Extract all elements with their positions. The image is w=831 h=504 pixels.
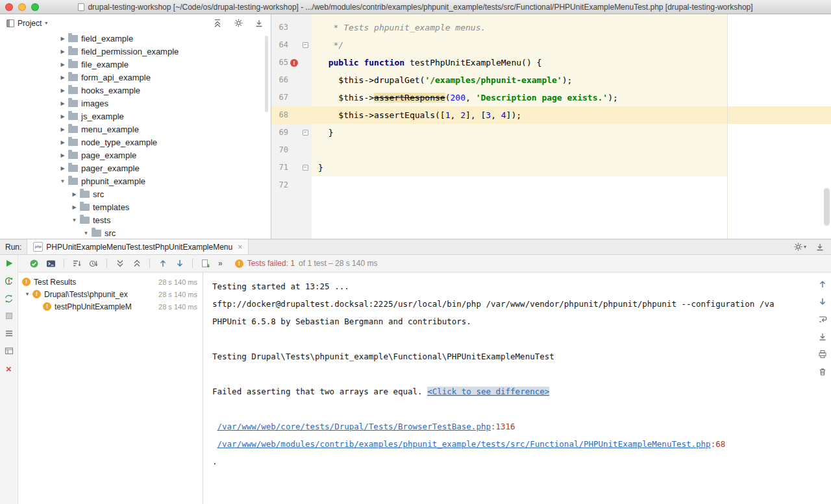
chevron-down-icon[interactable]: ▼ xyxy=(22,291,32,297)
chevron-down-icon[interactable]: ▼ xyxy=(58,178,67,184)
project-tree-item[interactable]: ▶field_permission_example xyxy=(0,45,271,58)
gutter[interactable]: 63 xyxy=(271,19,312,36)
chevron-right-icon[interactable]: ▶ xyxy=(58,165,67,171)
chevron-right-icon[interactable]: ▶ xyxy=(58,75,67,80)
collapse-all-icon[interactable] xyxy=(212,18,223,29)
project-tree-item[interactable]: ▶src xyxy=(0,187,271,200)
fold-marker-icon[interactable]: − xyxy=(303,130,308,136)
test-tree-item[interactable]: !Test Results28 s 140 ms xyxy=(18,276,203,288)
code-line[interactable]: public function testPhpUnitExampleMenu()… xyxy=(312,54,831,71)
gutter[interactable]: 67 xyxy=(271,89,312,106)
editor-line[interactable]: 68 $this->assertEquals([1, 2], [3, 4]); xyxy=(271,106,831,124)
editor-line[interactable]: 67 $this->assertResponse(200, 'Descripti… xyxy=(271,89,831,106)
editor-line[interactable]: 66 $this->drupalGet('/examples/phpunit-e… xyxy=(271,71,831,89)
gutter[interactable]: 68 xyxy=(271,106,312,124)
editor-line[interactable]: 65! public function testPhpUnitExampleMe… xyxy=(271,54,831,71)
print-icon[interactable] xyxy=(817,349,828,359)
test-tree-item[interactable]: ▼!Drupal\Tests\phpunit_ex28 s 140 ms xyxy=(18,288,203,300)
project-tree-item[interactable]: ▶js_example xyxy=(0,110,271,123)
settings-gear-icon[interactable]: ▾ xyxy=(794,243,806,251)
gutter[interactable]: 71− xyxy=(271,159,312,176)
run-tab[interactable]: php PHPUnitExampleMenuTest.testPhpUnitEx… xyxy=(27,239,249,254)
chevron-right-icon[interactable]: ▶ xyxy=(58,152,67,158)
project-tree-item[interactable]: ▶templates xyxy=(0,200,271,213)
sort-by-duration-icon[interactable] xyxy=(88,258,99,269)
chevron-right-icon[interactable]: ▶ xyxy=(70,191,79,197)
rerun-button[interactable] xyxy=(4,258,14,269)
hide-panel-icon[interactable] xyxy=(815,243,825,252)
chevron-right-icon[interactable]: ▶ xyxy=(58,126,67,132)
code-line[interactable]: } xyxy=(312,124,831,141)
console-icon[interactable] xyxy=(45,258,56,269)
fold-marker-icon[interactable]: − xyxy=(303,165,308,171)
close-icon[interactable]: × xyxy=(4,363,14,374)
settings-gear-icon[interactable] xyxy=(233,18,243,29)
code-line[interactable] xyxy=(312,176,831,194)
editor-scrollbar-thumb[interactable] xyxy=(824,188,830,226)
close-window-button[interactable] xyxy=(5,3,13,11)
rerun-failed-tests-icon[interactable] xyxy=(4,276,14,286)
collapse-all-icon[interactable] xyxy=(131,258,142,269)
chevron-right-icon[interactable]: ▶ xyxy=(58,139,67,145)
restore-layout-icon[interactable] xyxy=(4,346,14,356)
show-passed-icon[interactable] xyxy=(29,258,40,269)
gutter[interactable]: 65! xyxy=(271,54,312,71)
import-test-results-icon[interactable] xyxy=(200,258,211,269)
code-line[interactable]: * Tests phpunit_example menus. xyxy=(312,19,831,36)
project-scrollbar-thumb[interactable] xyxy=(265,36,268,112)
gutter[interactable]: 70 xyxy=(271,141,312,159)
editor-line[interactable]: 72 xyxy=(271,176,831,194)
gutter[interactable]: 66 xyxy=(271,71,312,89)
chevron-right-icon[interactable]: ▶ xyxy=(58,101,67,106)
chevron-down-icon[interactable]: ▾ xyxy=(45,20,47,26)
code-line[interactable]: $this->drupalGet('/examples/phpunit-exam… xyxy=(312,71,831,89)
project-tree-item[interactable]: ▼phpunit_example xyxy=(0,174,271,187)
gutter[interactable]: 69− xyxy=(271,124,312,141)
scroll-to-end-icon[interactable] xyxy=(817,331,828,342)
close-tab-icon[interactable]: × xyxy=(238,243,242,252)
editor-line[interactable]: 69− } xyxy=(271,124,831,141)
gutter[interactable]: 64− xyxy=(271,36,312,54)
stack-trace-up-icon[interactable] xyxy=(817,279,828,289)
code-line[interactable]: */ xyxy=(312,36,831,54)
editor-line[interactable]: 70 xyxy=(271,141,831,159)
stop-icon[interactable] xyxy=(4,311,14,321)
minimize-window-button[interactable] xyxy=(18,3,26,11)
editor-line[interactable]: 71−} xyxy=(271,159,831,176)
chevron-right-icon[interactable]: ▶ xyxy=(58,88,67,93)
project-tree-item[interactable]: ▶pager_example xyxy=(0,162,271,174)
overflow-chevron-icon[interactable]: » xyxy=(218,259,223,268)
chevron-right-icon[interactable]: ▶ xyxy=(70,204,79,210)
project-panel-title[interactable]: Project xyxy=(18,19,42,28)
sort-alphabetically-icon[interactable] xyxy=(71,258,82,269)
next-failed-test-icon[interactable] xyxy=(174,258,185,269)
hide-panel-icon[interactable] xyxy=(254,18,264,29)
previous-failed-test-icon[interactable] xyxy=(157,258,168,269)
file-link[interactable]: /var/www/web/core/tests/Drupal/Tests/Bro… xyxy=(217,422,491,431)
project-tree-item[interactable]: ▶images xyxy=(0,97,271,110)
zoom-window-button[interactable] xyxy=(31,3,39,11)
diff-link[interactable]: <Click to see difference> xyxy=(427,387,549,396)
expand-all-icon[interactable] xyxy=(114,258,125,269)
code-line[interactable]: $this->assertResponse(200, 'Description … xyxy=(312,89,831,106)
splitter[interactable] xyxy=(203,272,203,504)
project-tree-item[interactable]: ▶file_example xyxy=(0,58,271,71)
project-tree-item[interactable]: ▶form_api_example xyxy=(0,71,271,84)
project-tree-item[interactable]: ▶node_type_example xyxy=(0,136,271,149)
project-tree-item[interactable]: ▼tests xyxy=(0,213,271,226)
console[interactable]: Testing started at 13:25 ...sftp://docke… xyxy=(204,272,814,504)
project-tree-item[interactable]: ▶menu_example xyxy=(0,123,271,136)
project-tree-item[interactable]: ▶page_example xyxy=(0,149,271,162)
clear-console-icon[interactable] xyxy=(817,366,828,377)
fold-marker-icon[interactable]: − xyxy=(303,42,308,48)
gutter[interactable]: 72 xyxy=(271,176,312,194)
chevron-right-icon[interactable]: ▶ xyxy=(58,49,67,54)
code-line[interactable] xyxy=(312,141,831,159)
editor[interactable]: 63 * Tests phpunit_example menus.64− */6… xyxy=(271,14,831,239)
test-tree-item[interactable]: !testPhpUnitExampleM28 s 140 ms xyxy=(18,300,203,313)
chevron-down-icon[interactable]: ▼ xyxy=(82,230,90,236)
failed-test-gutter-icon[interactable]: ! xyxy=(290,59,298,67)
test-history-icon[interactable] xyxy=(4,328,14,339)
editor-line[interactable]: 63 * Tests phpunit_example menus. xyxy=(271,19,831,36)
soft-wrap-icon[interactable] xyxy=(817,314,828,324)
